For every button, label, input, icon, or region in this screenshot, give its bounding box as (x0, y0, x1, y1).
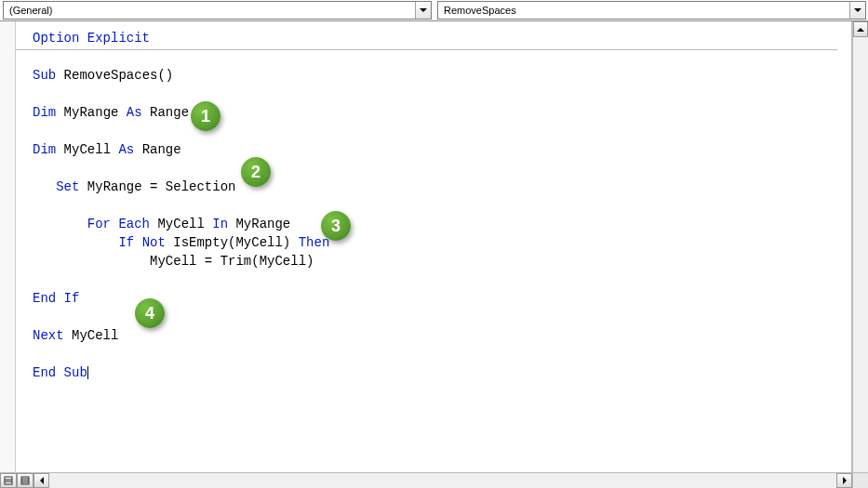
code-token: MyRange (56, 105, 127, 120)
object-dropdown-value: (General) (9, 5, 52, 16)
code-token: End Sub (33, 365, 87, 380)
code-line: Option Explicit (33, 31, 150, 46)
code-token: End If (33, 291, 79, 306)
code-token: RemoveSpaces() (56, 68, 173, 83)
scroll-left-icon[interactable] (33, 473, 49, 488)
bottom-bar (0, 472, 868, 488)
text-cursor (87, 366, 88, 379)
code-token: Sub (33, 68, 56, 83)
code-token (33, 235, 118, 250)
dropdown-bar: (General) RemoveSpaces (0, 0, 868, 21)
code-token: Range (142, 105, 189, 120)
code-token: MyCell (150, 217, 212, 231)
code-token: MyCell (56, 142, 118, 157)
code-token: Range (134, 142, 180, 157)
vertical-scrollbar[interactable] (852, 21, 868, 488)
code-pane[interactable]: Option Explicit Sub RemoveSpaces() Dim M… (16, 21, 852, 488)
code-token: MyRange (228, 217, 290, 231)
svg-rect-0 (5, 477, 12, 484)
callout-1: 1 (191, 101, 220, 131)
code-token: Dim (33, 105, 56, 120)
code-token: MyRange = Selection (79, 179, 235, 194)
code-token: Dim (33, 142, 56, 157)
code-token: As (118, 142, 134, 157)
horizontal-scrollbar[interactable] (33, 473, 852, 488)
code-token (33, 179, 56, 194)
procedure-dropdown-value: RemoveSpaces (444, 5, 516, 16)
code-token: In (212, 217, 228, 231)
procedure-divider (16, 49, 837, 50)
callout-3: 3 (321, 211, 351, 241)
code-token: MyCell = Trim(MyCell) (33, 254, 314, 269)
code-token: MyCell (64, 328, 119, 343)
code-token: Then (299, 235, 330, 250)
code-token: If Not (118, 235, 165, 250)
scroll-right-icon[interactable] (836, 473, 852, 488)
procedure-view-button[interactable] (0, 473, 17, 488)
chevron-down-icon (415, 2, 431, 19)
code-token: Set (56, 179, 79, 194)
callout-2: 2 (241, 157, 271, 187)
full-module-view-button[interactable] (17, 473, 33, 488)
code-text[interactable]: Option Explicit Sub RemoveSpaces() Dim M… (16, 21, 851, 382)
chevron-down-icon (849, 2, 865, 19)
code-token: IsEmpty(MyCell) (166, 235, 299, 250)
code-token: As (127, 105, 142, 120)
code-token: For Each (87, 217, 150, 231)
margin-gutter (0, 21, 16, 488)
procedure-dropdown[interactable]: RemoveSpaces (437, 1, 866, 20)
scroll-up-icon[interactable] (853, 21, 868, 37)
editor-area: Option Explicit Sub RemoveSpaces() Dim M… (0, 21, 868, 488)
scroll-corner (852, 473, 868, 488)
code-token (33, 217, 87, 231)
code-token: Next (33, 328, 64, 343)
object-dropdown[interactable]: (General) (3, 1, 432, 20)
callout-4: 4 (135, 298, 165, 328)
